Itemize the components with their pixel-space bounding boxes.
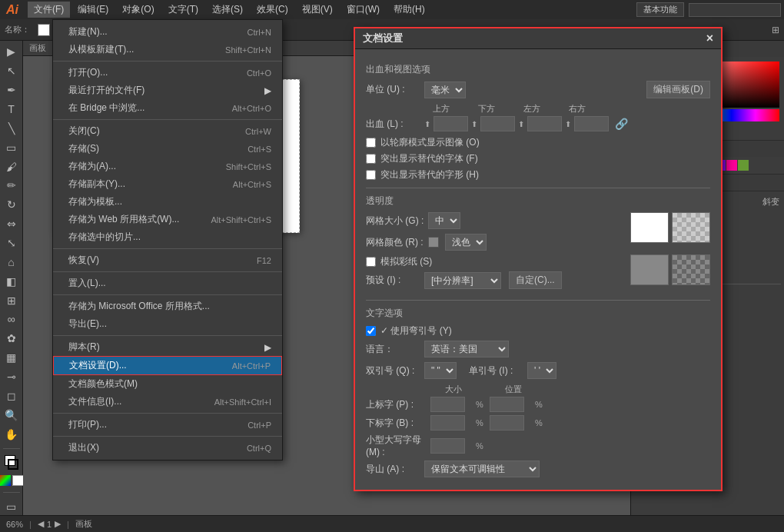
- tool-mesh[interactable]: ⊞: [3, 292, 20, 308]
- menu-new-template[interactable]: 从模板新建(T)... Shift+Ctrl+N: [53, 41, 282, 58]
- unit-row: 单位 (U) : 毫米 编辑画板(D): [366, 81, 710, 98]
- double-quote-select[interactable]: " ": [424, 362, 457, 379]
- sup-size-input[interactable]: 58.3: [430, 397, 465, 412]
- menu-file[interactable]: 文件(F): [28, 2, 70, 18]
- tool-rotate[interactable]: ↻: [3, 197, 20, 213]
- menu-doc-settings[interactable]: 文档设置(D)... Alt+Ctrl+P: [53, 356, 282, 375]
- menu-export[interactable]: 导出(E)...: [53, 315, 282, 333]
- baseline-select[interactable]: 保留文本可调辑性: [424, 461, 540, 477]
- menu-color-mode[interactable]: 文档颜色模式(M): [53, 375, 282, 393]
- menu-effect[interactable]: 效果(C): [251, 2, 294, 18]
- menu-view[interactable]: 视图(V): [296, 2, 339, 18]
- fill-stroke-indicator[interactable]: [3, 455, 20, 470]
- bleed-top-input[interactable]: 0 mm: [434, 116, 468, 131]
- menu-revert[interactable]: 恢复(V) F12: [53, 251, 282, 269]
- tool-reflect[interactable]: ⇔: [3, 216, 20, 232]
- tool-pen[interactable]: ✒: [3, 82, 20, 98]
- tool-warp[interactable]: ⌂: [3, 254, 20, 270]
- nav-next-btn[interactable]: ▶: [55, 519, 61, 529]
- check-outline-row: 以轮廓模式显示图像 (O): [366, 136, 710, 149]
- simulate-paper-check[interactable]: [366, 257, 376, 267]
- sep1: [53, 61, 282, 62]
- dialog-close-btn[interactable]: ×: [706, 32, 713, 45]
- tool-line[interactable]: ╲: [3, 120, 20, 136]
- menu-text[interactable]: 文字(T): [162, 2, 204, 18]
- menu-file-info[interactable]: 文件信息(I)... Alt+Shift+Ctrl+I: [53, 393, 282, 411]
- bleed-top-header: 上方: [420, 103, 462, 115]
- grid-color-select[interactable]: 浅色: [445, 234, 487, 251]
- bleed-left-input[interactable]: 0 mm: [527, 116, 562, 131]
- bleed-right-input[interactable]: 0 mm: [574, 116, 609, 131]
- tool-column[interactable]: ▦: [3, 350, 20, 366]
- menu-print[interactable]: 打印(P)... Ctrl+P: [53, 416, 282, 434]
- arrange-icon[interactable]: ⊞: [772, 25, 779, 35]
- customize-btn[interactable]: 自定(C)...: [509, 271, 562, 289]
- menu-save-template[interactable]: 存储为模板...: [53, 193, 282, 211]
- nav-prev-btn[interactable]: ◀: [38, 519, 44, 529]
- screen-mode-btn[interactable]: ▭: [3, 499, 20, 515]
- tool-symbol[interactable]: ✿: [3, 331, 20, 347]
- s10[interactable]: [738, 160, 749, 171]
- checker-pattern: [672, 212, 710, 243]
- grid-size-select[interactable]: 中: [428, 212, 460, 229]
- menu-quit[interactable]: 退出(X) Ctrl+Q: [53, 439, 282, 457]
- tool-select[interactable]: ▶: [3, 44, 20, 60]
- tool-paintbrush[interactable]: 🖌: [3, 158, 20, 175]
- grid-color-swatch[interactable]: [428, 237, 439, 248]
- menu-select[interactable]: 选择(S): [206, 2, 249, 18]
- workspace-button[interactable]: 基本功能: [636, 2, 684, 17]
- menu-new[interactable]: 新建(N)... Ctrl+N: [53, 23, 282, 41]
- tool-type[interactable]: T: [3, 101, 20, 118]
- check-outline[interactable]: [366, 138, 376, 148]
- menu-edit[interactable]: 编辑(E): [71, 2, 115, 18]
- menu-save[interactable]: 存储(S) Ctrl+S: [53, 140, 282, 158]
- unit-select[interactable]: 毫米: [424, 81, 466, 98]
- menu-recent[interactable]: 最近打开的文件(F) ▶: [53, 81, 282, 99]
- preset-select[interactable]: [中分辨率]: [424, 272, 501, 289]
- tool-direct-select[interactable]: ↖: [3, 63, 20, 79]
- menu-close[interactable]: 关闭(C) Ctrl+W: [53, 122, 282, 140]
- check-font[interactable]: [366, 154, 376, 164]
- tool-hand[interactable]: ✋: [3, 426, 20, 442]
- tool-blend[interactable]: ∞: [3, 311, 20, 328]
- tool-zoom[interactable]: 🔍: [3, 407, 20, 423]
- menu-place[interactable]: 置入(L)...: [53, 274, 282, 292]
- menu-object[interactable]: 对象(O): [116, 2, 160, 18]
- tool-pencil[interactable]: ✏: [3, 178, 20, 194]
- edit-artboard-btn[interactable]: 编辑画板(D): [646, 81, 710, 98]
- tool-eraser[interactable]: ◻: [3, 387, 20, 404]
- menu-save-web[interactable]: 存储为 Web 所用格式(W)... Alt+Shift+Ctrl+S: [53, 211, 282, 228]
- stroke-box[interactable]: [8, 459, 18, 470]
- menu-save-copy[interactable]: 存储副本(Y)... Alt+Ctrl+S: [53, 175, 282, 193]
- sub-size-input[interactable]: 58.3: [430, 415, 465, 431]
- tool-gradient[interactable]: ◧: [3, 273, 20, 289]
- menu-save-slices[interactable]: 存储选中的切片...: [53, 228, 282, 246]
- size-header: 大小: [430, 384, 477, 395]
- small-caps-input[interactable]: 70: [430, 438, 465, 454]
- menu-open[interactable]: 打开(O)... Ctrl+O: [53, 64, 282, 81]
- tool-rect[interactable]: ▭: [3, 139, 20, 155]
- search-input[interactable]: [689, 3, 781, 17]
- sub-label: 下标字 (B) :: [366, 417, 427, 430]
- menu-scripts[interactable]: 脚本(R) ▶: [53, 338, 282, 356]
- grid-size-row: 网格大小 (G) : 中: [366, 212, 623, 229]
- tool-scale[interactable]: ⤡: [3, 235, 20, 251]
- menu-window[interactable]: 窗口(W): [341, 2, 386, 18]
- tool-slice[interactable]: ⊸: [3, 369, 20, 385]
- bleed-bottom-input[interactable]: 0 mm: [480, 116, 515, 131]
- menu-help[interactable]: 帮助(H): [387, 2, 431, 18]
- check-glyph[interactable]: [366, 170, 376, 180]
- menu-bridge[interactable]: 在 Bridge 中浏览... Alt+Ctrl+O: [53, 99, 282, 117]
- superscript-row: 上标字 (P) : 58.3 % 33.3 %: [366, 397, 710, 412]
- color-mode-btn[interactable]: [0, 475, 11, 486]
- link-bleed-icon[interactable]: 🔗: [615, 118, 628, 130]
- s9[interactable]: [726, 160, 737, 171]
- bleed-row: 出血 (L) : ⬆ 0 mm ⬆ 0 mm ⬆ 0 mm ⬆ 0 mm 🔗: [366, 116, 710, 131]
- menu-save-office[interactable]: 存储为 Microsoft Office 所用格式...: [53, 298, 282, 315]
- language-select[interactable]: 英语：美国: [424, 341, 509, 357]
- single-quote-select[interactable]: ' ': [527, 362, 556, 379]
- use-quotes-check[interactable]: [366, 326, 376, 336]
- sub-pos-input[interactable]: 33.3: [490, 415, 524, 431]
- menu-save-as[interactable]: 存储为(A)... Shift+Ctrl+S: [53, 158, 282, 175]
- sup-pos-input[interactable]: 33.3: [490, 397, 524, 412]
